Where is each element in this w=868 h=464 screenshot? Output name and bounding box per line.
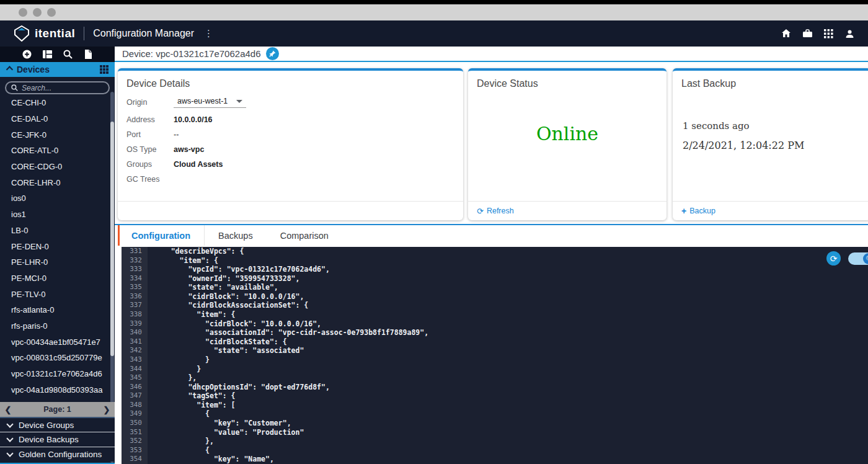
editor-line: 334 "ownerId": "359954733328", bbox=[122, 274, 868, 283]
device-search-input[interactable] bbox=[22, 84, 96, 92]
briefcase-icon[interactable] bbox=[800, 26, 815, 41]
field-label: GC Trees bbox=[126, 175, 174, 184]
card-title: Device Status bbox=[468, 71, 666, 89]
line-number: 342 bbox=[122, 346, 148, 355]
device-list-item[interactable]: ios0 bbox=[0, 190, 110, 207]
device-list-item[interactable]: rfs-paris-0 bbox=[0, 318, 110, 334]
device-search-box[interactable] bbox=[5, 81, 110, 94]
tab-comparison[interactable]: Comparison bbox=[267, 225, 342, 246]
line-code: "item": { bbox=[148, 256, 218, 265]
device-list-item[interactable]: PE-TLV-0 bbox=[0, 286, 110, 302]
line-number: 345 bbox=[122, 373, 148, 383]
line-number: 346 bbox=[122, 383, 148, 392]
editor-line: 341 "cidrBlockState": { bbox=[122, 337, 868, 347]
origin-value: aws-eu-west-1 bbox=[177, 97, 228, 105]
line-code: "associationId": "vpc-cidr-assoc-0e793b8… bbox=[148, 328, 428, 337]
device-list-item[interactable]: CE-CHI-0 bbox=[0, 95, 110, 111]
device-list-item[interactable]: vpc-04a1d9808d50393aa bbox=[0, 381, 110, 398]
refresh-icon: ⟳ bbox=[830, 254, 838, 264]
window-control-dot[interactable] bbox=[33, 8, 42, 17]
editor-line: 337 "cidrBlockAssociationSet": { bbox=[122, 301, 868, 310]
sidebar-panel-devices-header[interactable]: Devices bbox=[0, 62, 115, 77]
home-icon[interactable] bbox=[779, 26, 794, 41]
line-code: "state": "available", bbox=[148, 283, 278, 292]
add-device-icon[interactable] bbox=[22, 50, 32, 60]
pagination-prev-icon[interactable]: ❮ bbox=[0, 405, 16, 414]
device-status-card: Device Status Online ⟳ Refresh bbox=[468, 68, 666, 220]
line-number: 335 bbox=[122, 283, 148, 292]
dark-mode-toggle[interactable]: ☾ bbox=[848, 252, 868, 265]
device-list-item[interactable]: CE-DAL-0 bbox=[0, 111, 110, 127]
editor-line: 331 "describeVpcs": { bbox=[122, 247, 868, 256]
pin-icon[interactable] bbox=[266, 47, 279, 60]
device-list-item[interactable]: vpc-01321c17e7062a4d6 bbox=[0, 366, 110, 382]
device-list-scrollbar-thumb[interactable] bbox=[110, 122, 114, 356]
editor-line: 342 "state": "associated" bbox=[122, 346, 868, 355]
editor-line: 350 "key": "Customer", bbox=[122, 419, 868, 428]
backup-times: 1 seconds ago 2/24/2021, 12:04:22 PM bbox=[683, 120, 868, 151]
backup-timestamp: 2/24/2021, 12:04:22 PM bbox=[683, 140, 868, 151]
editor-line: 352 }, bbox=[122, 437, 868, 446]
line-number: 347 bbox=[122, 391, 148, 401]
sidebar-section-golden-configurations[interactable]: Golden Configurations bbox=[0, 447, 115, 462]
device-list-item[interactable]: CORE-ATL-0 bbox=[0, 143, 110, 159]
line-code: "item": [ bbox=[148, 401, 236, 410]
editor-line: 339 "cidrBlock": "10.0.0.0/16", bbox=[122, 319, 868, 329]
last-backup-footer: + Backup bbox=[673, 201, 868, 220]
device-list-item[interactable]: ios1 bbox=[0, 207, 110, 223]
device-list-item[interactable]: PE-MCI-0 bbox=[0, 270, 110, 287]
backup-button[interactable]: + Backup bbox=[681, 206, 715, 216]
line-number: 340 bbox=[122, 328, 148, 337]
device-list-item[interactable]: PE-LHR-0 bbox=[0, 254, 110, 270]
line-number: 353 bbox=[122, 446, 148, 455]
user-profile-icon[interactable] bbox=[842, 26, 857, 41]
sidebar-section-label: Device Groups bbox=[19, 421, 74, 430]
header-divider bbox=[84, 27, 84, 40]
editor-refresh-button[interactable]: ⟳ bbox=[826, 251, 841, 265]
field-label: OS Type bbox=[126, 145, 174, 154]
sidebar-toolbar bbox=[0, 47, 115, 62]
apps-grid-icon[interactable] bbox=[821, 26, 836, 41]
app-menu-kebab-icon[interactable]: ⋮ bbox=[204, 28, 213, 39]
refresh-button[interactable]: ⟳ Refresh bbox=[477, 207, 514, 216]
tab-backups[interactable]: Backups bbox=[205, 225, 267, 246]
editor-actions: ⟳ ☾ bbox=[826, 251, 868, 265]
field-value: 10.0.0.0/16 bbox=[174, 115, 213, 124]
search-icon[interactable] bbox=[63, 50, 73, 60]
sidebar-section-device-backups[interactable]: Device Backups bbox=[0, 432, 115, 447]
table-view-icon[interactable] bbox=[42, 50, 52, 60]
line-code: }, bbox=[148, 437, 214, 446]
sidebar-sections: Device GroupsDevice BackupsGolden Config… bbox=[0, 417, 115, 462]
device-list-item[interactable]: vpc-008031c95d250779e bbox=[0, 350, 110, 366]
app-title: Configuration Manager bbox=[93, 28, 194, 39]
line-code: "cidrBlockAssociationSet": { bbox=[148, 301, 308, 310]
device-list-item[interactable]: vpc-00434ae1bf05471e7 bbox=[0, 334, 110, 350]
devices-grid-view-icon[interactable] bbox=[100, 65, 108, 74]
window-control-dot[interactable] bbox=[47, 8, 56, 17]
window-control-dot[interactable] bbox=[19, 8, 27, 17]
device-list-item[interactable]: CORE-LHR-0 bbox=[0, 174, 110, 190]
device-list-item[interactable]: CORE-CDG-0 bbox=[0, 159, 110, 175]
pagination-next-icon[interactable]: ❯ bbox=[99, 405, 115, 414]
editor-line: 348 "item": [ bbox=[122, 401, 868, 410]
detail-field-row: GC Trees bbox=[126, 175, 463, 184]
card-title: Device Details bbox=[118, 71, 463, 89]
origin-select[interactable]: aws-eu-west-1 bbox=[174, 97, 246, 108]
device-list-item[interactable]: rfs-atlanta-0 bbox=[0, 302, 110, 318]
line-number: 350 bbox=[122, 419, 148, 428]
device-list-item[interactable]: PE-DEN-0 bbox=[0, 238, 110, 254]
document-icon[interactable] bbox=[83, 50, 93, 60]
sidebar-section-device-groups[interactable]: Device Groups bbox=[0, 417, 115, 432]
line-code: "vpcId": "vpc-01321c17e7062a4d6", bbox=[148, 265, 330, 274]
chevron-down-icon bbox=[6, 450, 13, 457]
device-list-item[interactable]: LB-0 bbox=[0, 223, 110, 239]
field-label: Origin bbox=[126, 98, 174, 108]
device-status-value: Online bbox=[468, 123, 666, 145]
tab-configuration[interactable]: Configuration bbox=[118, 225, 205, 246]
device-details-card: Device Details Originaws-eu-west-1Addres… bbox=[118, 68, 463, 220]
device-list-item[interactable]: CE-JFK-0 bbox=[0, 127, 110, 143]
device-titlebar: Device: vpc-01321c17e7062a4d6 bbox=[115, 47, 868, 62]
line-number: 354 bbox=[122, 455, 148, 464]
search-input-icon bbox=[11, 84, 18, 91]
detail-field-row: Originaws-eu-west-1 bbox=[126, 98, 463, 108]
